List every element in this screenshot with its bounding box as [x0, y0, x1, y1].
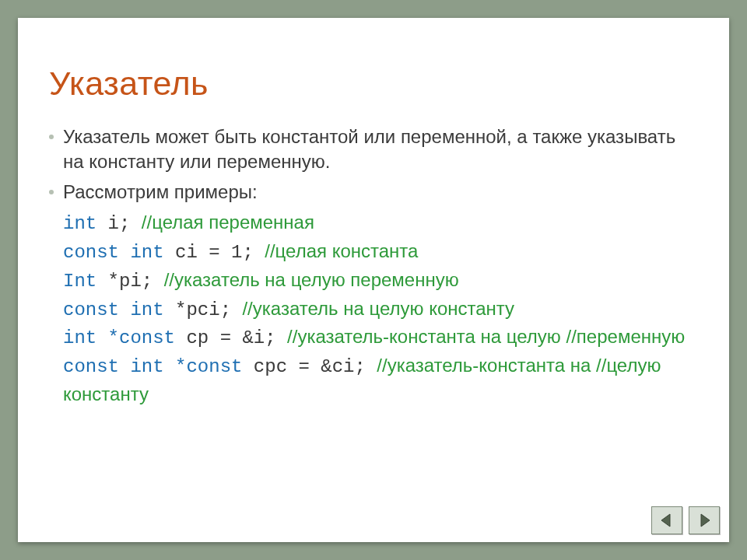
code-sep: ; — [242, 242, 265, 263]
content-area: Указатель Указатель может быть константо… — [49, 65, 698, 408]
svg-marker-0 — [661, 514, 670, 527]
code-line: Int *pi; //указатель на целую переменную — [63, 267, 698, 296]
code-keyword: *const — [175, 356, 242, 377]
bullet-item: Указатель может быть константой или пере… — [49, 124, 698, 175]
code-keyword: *const — [108, 327, 175, 348]
bullet-list: Указатель может быть константой или пере… — [49, 124, 698, 408]
code-comment: //указатель-константа на целую //перемен… — [287, 326, 685, 347]
arrow-left-icon — [659, 513, 675, 528]
code-line: const int *const cpc = &ci; //указатель-… — [63, 352, 698, 408]
code-comment: //целая переменная — [142, 212, 314, 233]
code-identifier: ci = 1 — [164, 242, 243, 263]
code-comment: //целая константа — [265, 240, 418, 261]
code-keyword: int — [63, 327, 108, 348]
prev-button[interactable] — [651, 506, 682, 534]
code-sep: ; — [220, 299, 243, 320]
code-identifier: cpc = &ci — [242, 356, 354, 377]
code-keyword: const int — [63, 299, 164, 320]
code-line: int i; //целая переменная — [63, 209, 698, 238]
next-button[interactable] — [689, 506, 720, 534]
code-sep: ; — [265, 327, 287, 348]
code-keyword: const int — [63, 356, 175, 377]
code-comment: //указатель на целую переменную — [164, 269, 459, 290]
code-keyword: const int — [63, 242, 164, 263]
nav-controls — [651, 506, 720, 534]
slide-title: Указатель — [49, 65, 698, 103]
code-keyword: Int — [63, 271, 96, 292]
code-comment: //указатель на целую константу — [242, 298, 514, 319]
code-keyword: int — [63, 213, 96, 234]
code-line: const int *pci; //указатель на целую кон… — [63, 296, 698, 324]
code-identifier: *pci — [164, 299, 220, 320]
code-line: int *const cp = &i; //указатель-констант… — [63, 324, 698, 352]
code-sep: ; — [142, 271, 164, 292]
code-sep: ; — [119, 213, 142, 234]
arrow-right-icon — [696, 513, 712, 528]
bullet-item: Рассмотрим примеры: — [49, 180, 698, 205]
code-line: const int ci = 1; //целая константа — [63, 238, 698, 267]
slide: Указатель Указатель может быть константо… — [18, 18, 729, 542]
code-block: int i; //целая переменная const int ci =… — [49, 209, 698, 408]
code-identifier: *pi — [96, 271, 142, 292]
code-identifier: cp = &i — [175, 327, 265, 348]
code-sep: ; — [354, 356, 377, 377]
code-identifier: i — [96, 213, 119, 234]
svg-marker-1 — [701, 514, 710, 527]
